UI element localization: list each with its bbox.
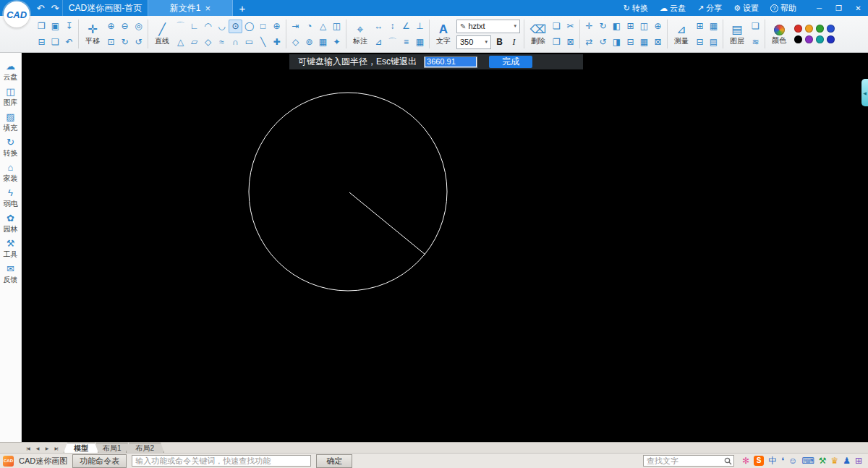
soft-keyboard-icon[interactable]: ⌨ — [801, 456, 814, 466]
polyline-icon[interactable]: ⌒ — [174, 20, 187, 33]
trim-icon[interactable]: ◔ — [302, 20, 316, 33]
text-tool[interactable]: A文字 — [432, 17, 455, 51]
radius-input[interactable]: 3660.91 — [424, 56, 477, 68]
dim-angular-icon[interactable]: ∠ — [399, 20, 413, 33]
first-sheet-button[interactable]: |◀ — [23, 443, 33, 453]
offset-icon[interactable]: ⇥ — [289, 20, 302, 33]
search-icon[interactable] — [722, 456, 733, 466]
command-input[interactable] — [132, 455, 311, 467]
open-file-icon[interactable]: ❐ — [35, 20, 48, 33]
arc-alt-icon[interactable]: ◡ — [215, 20, 229, 33]
toolbox-icon[interactable]: ⚒ — [819, 456, 827, 466]
dimension-tool[interactable]: ⌖标注 — [349, 17, 372, 51]
emoji-icon[interactable]: ☺ — [788, 456, 797, 466]
copy-doc-icon[interactable]: ❏ — [48, 35, 62, 49]
scale-icon[interactable]: ◫ — [637, 20, 651, 33]
italic-button[interactable]: I — [508, 35, 520, 49]
sheet-tab-layout1[interactable]: 布局1 — [93, 443, 132, 453]
angle-line-icon[interactable]: ∟ — [187, 20, 201, 33]
back-icon[interactable]: ↶ — [33, 3, 48, 14]
layer-copy-icon[interactable]: ❏ — [749, 20, 762, 33]
triangle-icon[interactable]: △ — [174, 35, 187, 49]
panel-collapse-handle[interactable]: ◀ — [861, 79, 868, 106]
sheet-tab-model[interactable]: 模型 — [64, 443, 98, 453]
mirror-icon[interactable]: ◧ — [610, 20, 624, 33]
last-sheet-button[interactable]: ▶| — [51, 443, 61, 453]
copy-icon[interactable]: ❏ — [550, 20, 563, 33]
dim-grid-icon[interactable]: ▦ — [413, 35, 427, 49]
account-icon[interactable]: ♟ — [843, 456, 851, 466]
sheet-tab-layout2[interactable]: 布局2 — [126, 443, 165, 453]
mirror-v-icon[interactable]: ◨ — [610, 35, 624, 49]
circle-tool-icon[interactable]: ⊙ — [229, 20, 242, 33]
dim-perpendicular-icon[interactable]: ⊥ — [413, 20, 427, 33]
arch-icon[interactable]: ∩ — [229, 35, 242, 49]
zoom-extents-icon[interactable]: ◎ — [132, 20, 145, 33]
app-logo[interactable]: CAD — [4, 1, 30, 27]
zoom-out-icon[interactable]: ⊖ — [118, 20, 132, 33]
color-swatch[interactable] — [805, 35, 813, 43]
polygon-icon[interactable]: ◇ — [201, 35, 215, 49]
row-icon[interactable]: ⊟ — [693, 35, 707, 49]
block-icon[interactable]: ◫ — [330, 20, 344, 33]
color-swatch[interactable] — [805, 25, 813, 33]
color-swatch[interactable] — [827, 35, 835, 43]
explode-icon[interactable]: ✦ — [330, 35, 344, 49]
print-icon[interactable]: ⊟ — [35, 35, 48, 49]
wide-rect-icon[interactable]: ▭ — [242, 35, 256, 49]
region-icon[interactable]: ▦ — [637, 35, 651, 49]
sidebar-item-cloud[interactable]: ☁云盘 — [4, 61, 18, 81]
more-tray-icon[interactable]: ⊞ — [855, 456, 862, 466]
layer-tool[interactable]: ▤图层 — [726, 17, 749, 51]
settings-action[interactable]: ⚙ 设置 — [733, 3, 759, 14]
line-tool[interactable]: ╱直线 — [150, 17, 174, 51]
dim-arc-icon[interactable]: ⌒ — [386, 35, 399, 49]
new-tab-button[interactable]: + — [233, 0, 252, 16]
sidebar-item-tools[interactable]: ⚒工具 — [4, 239, 18, 258]
cut-icon[interactable]: ✂ — [563, 20, 577, 33]
forward-icon[interactable]: ↷ — [48, 3, 62, 14]
color-swatch[interactable] — [816, 25, 824, 33]
paste-icon[interactable]: ❐ — [550, 35, 563, 49]
sidebar-item-feedback[interactable]: ✉反馈 — [4, 264, 18, 284]
bold-button[interactable]: B — [493, 35, 506, 49]
dim-baseline-icon[interactable]: ≡ — [399, 35, 413, 49]
color-swatch[interactable] — [794, 35, 802, 43]
color-tool[interactable]: 颜色 — [767, 17, 791, 51]
tab-home[interactable]: CAD迷你画图-首页 — [62, 0, 148, 16]
prev-sheet-button[interactable]: ◀ — [33, 443, 42, 453]
tab-close-icon[interactable]: × — [205, 4, 211, 13]
punctuation-icon[interactable]: ❛ — [781, 456, 784, 466]
tab-new-file[interactable]: 新文件1 × — [148, 0, 233, 16]
donut-icon[interactable]: ⊚ — [302, 35, 316, 49]
point-icon[interactable]: ⊕ — [270, 20, 284, 33]
cloud-action[interactable]: ☁ 云盘 — [660, 3, 686, 14]
export-icon[interactable]: ↧ — [62, 20, 76, 33]
sidebar-item-garden[interactable]: ✿园林 — [4, 213, 18, 233]
hatch-icon[interactable]: ▦ — [316, 35, 330, 49]
redo-view-icon[interactable]: ↻ — [118, 35, 132, 49]
share-action[interactable]: ↗ 分享 — [697, 3, 722, 14]
sidebar-item-fill[interactable]: ▨填充 — [4, 112, 18, 132]
table-icon[interactable]: ⊞ — [693, 20, 707, 33]
chamfer-icon[interactable]: △ — [316, 20, 330, 33]
rotate-ccw-icon[interactable]: ↺ — [596, 35, 610, 49]
maximize-button[interactable]: ❐ — [829, 0, 848, 16]
delete-tool[interactable]: ⌫删除 — [527, 17, 550, 51]
diagonal-line-icon[interactable]: ╲ — [256, 35, 270, 49]
rectangle-icon[interactable]: □ — [256, 20, 270, 33]
font-size-select[interactable]: 350▾ — [456, 35, 491, 49]
fillet-icon[interactable]: ◇ — [289, 35, 302, 49]
color-swatch[interactable] — [794, 25, 802, 33]
dim-radius-icon[interactable]: ⊿ — [372, 35, 386, 49]
swap-icon[interactable]: ⇄ — [582, 35, 596, 49]
delete-block-icon[interactable]: ⊠ — [651, 35, 665, 49]
zoom-in-icon[interactable]: ⊕ — [104, 20, 118, 33]
confirm-button[interactable]: 确定 — [316, 454, 352, 468]
chinese-mode-icon[interactable]: 中 — [768, 456, 777, 466]
close-button[interactable]: ✕ — [848, 0, 868, 16]
spline-icon[interactable]: ≈ — [215, 35, 229, 49]
zoom-window-icon[interactable]: ⊡ — [104, 35, 118, 49]
array-icon[interactable]: ⊞ — [624, 20, 637, 33]
sidebar-item-gallery[interactable]: ◫图库 — [4, 87, 18, 106]
